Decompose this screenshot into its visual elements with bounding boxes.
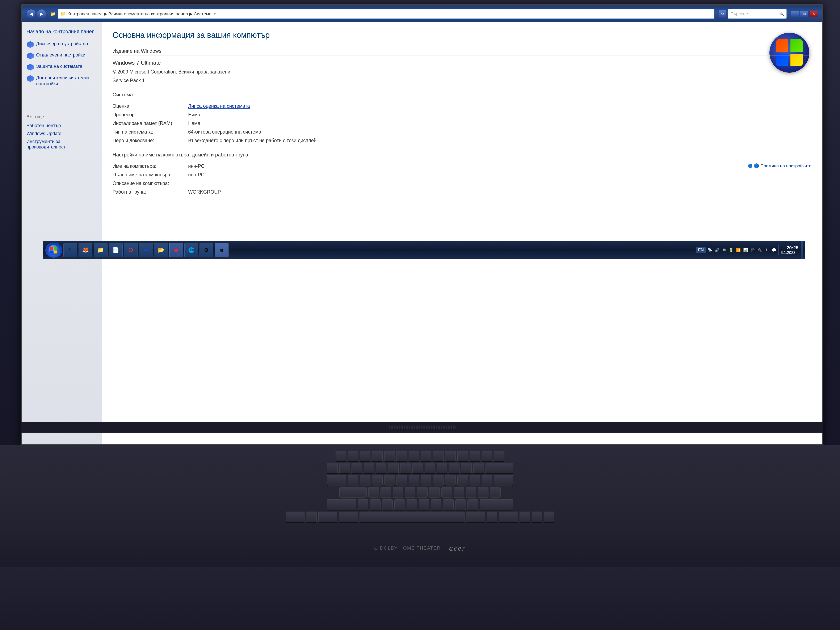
- key-f1[interactable]: [348, 451, 358, 461]
- system-clock[interactable]: 20:25 8.1.2023 г.: [778, 245, 799, 255]
- taskbar-btn-folder2[interactable]: 📂: [154, 243, 168, 257]
- tray-icon-usb[interactable]: 🔌: [756, 247, 763, 253]
- tray-icon-sound[interactable]: 🔊: [714, 247, 720, 253]
- sidebar-item-system-protection[interactable]: Защита на системата: [27, 63, 98, 71]
- sidebar-item-device-manager[interactable]: Диспечер на устройства: [27, 41, 98, 48]
- key-f2[interactable]: [360, 451, 370, 461]
- key-9[interactable]: [437, 463, 447, 473]
- key-m[interactable]: [431, 499, 441, 510]
- key-k[interactable]: [453, 487, 464, 498]
- key-7[interactable]: [412, 463, 423, 473]
- key-4[interactable]: [376, 463, 387, 473]
- key-f5[interactable]: [396, 451, 407, 461]
- start-button[interactable]: [45, 243, 62, 258]
- tray-icon-network2[interactable]: 📶: [735, 247, 742, 253]
- taskbar-btn-opera[interactable]: O: [124, 243, 138, 257]
- key-6[interactable]: [400, 463, 411, 473]
- key-ctrl-r[interactable]: [499, 512, 518, 522]
- key-space[interactable]: [360, 512, 464, 522]
- tray-icon-chat[interactable]: 💬: [771, 247, 777, 253]
- key-y[interactable]: [409, 475, 419, 486]
- key-right[interactable]: [544, 512, 554, 522]
- key-p[interactable]: [457, 475, 468, 486]
- minimize-button[interactable]: —: [791, 11, 799, 17]
- taskbar-btn-firefox[interactable]: 🦊: [79, 243, 92, 257]
- restore-button[interactable]: ⧉: [800, 11, 808, 17]
- key-enter[interactable]: [494, 475, 513, 486]
- key-f3[interactable]: [372, 451, 383, 461]
- sidebar-action-center[interactable]: Работен център: [27, 123, 98, 128]
- key-e[interactable]: [372, 475, 383, 486]
- tray-icon-battery[interactable]: 🔋: [728, 247, 734, 253]
- taskbar-btn-notepad[interactable]: 📄: [109, 243, 123, 257]
- key-l[interactable]: [466, 487, 476, 498]
- refresh-button[interactable]: ↻: [718, 10, 726, 17]
- key-backspace[interactable]: [486, 463, 513, 473]
- key-f10[interactable]: [457, 451, 468, 461]
- key-comma[interactable]: [443, 499, 453, 510]
- key-r[interactable]: [384, 475, 395, 486]
- key-s[interactable]: [381, 487, 391, 498]
- back-button[interactable]: ◀: [27, 9, 36, 19]
- key-win[interactable]: [318, 512, 337, 522]
- sidebar-home-link[interactable]: Начало на контролния панел: [27, 28, 98, 35]
- key-bracket-l[interactable]: [470, 475, 480, 486]
- key-z[interactable]: [358, 499, 368, 510]
- key-n[interactable]: [419, 499, 429, 510]
- taskbar-btn-files[interactable]: 📁: [94, 243, 107, 257]
- key-q[interactable]: [348, 475, 358, 486]
- key-g[interactable]: [417, 487, 428, 498]
- address-bar[interactable]: 📁 Контролен панел ▶ Всички елементи на к…: [58, 9, 714, 19]
- key-left[interactable]: [519, 512, 530, 522]
- key-alt-r[interactable]: [466, 512, 485, 522]
- key-0[interactable]: [449, 463, 459, 473]
- tray-icon-misc[interactable]: 📊: [742, 247, 748, 253]
- key-8[interactable]: [425, 463, 435, 473]
- key-up[interactable]: [487, 512, 497, 522]
- key-5[interactable]: [388, 463, 399, 473]
- tray-icon-info[interactable]: ℹ: [764, 247, 770, 253]
- taskbar-btn-record[interactable]: ⏺: [169, 243, 183, 257]
- key-fn[interactable]: [306, 512, 317, 522]
- key-o[interactable]: [445, 475, 456, 486]
- taskbar-btn-active[interactable]: ▦: [215, 243, 229, 257]
- rating-value[interactable]: Липса оценка на системата: [188, 103, 812, 109]
- key-h[interactable]: [429, 487, 440, 498]
- key-bracket-r[interactable]: [482, 475, 492, 486]
- sidebar-windows-update[interactable]: Windows Update: [27, 131, 98, 136]
- key-f12[interactable]: [482, 451, 492, 461]
- key-w[interactable]: [360, 475, 370, 486]
- key-2[interactable]: [352, 463, 362, 473]
- key-1[interactable]: [339, 463, 350, 473]
- key-shift-r[interactable]: [480, 499, 513, 510]
- key-caps[interactable]: [339, 487, 367, 498]
- key-del[interactable]: [494, 451, 504, 461]
- key-semicolon[interactable]: [478, 487, 488, 498]
- key-j[interactable]: [441, 487, 452, 498]
- key-f7[interactable]: [421, 451, 431, 461]
- key-period[interactable]: [455, 499, 466, 510]
- key-tab[interactable]: [327, 475, 346, 486]
- forward-button[interactable]: ▶: [37, 9, 46, 19]
- sidebar-performance[interactable]: Инструменти за производителност: [27, 139, 98, 150]
- key-f9[interactable]: [445, 451, 456, 461]
- address-dropdown-arrow[interactable]: ▾: [214, 12, 216, 16]
- key-alt-l[interactable]: [339, 512, 358, 522]
- key-shift-l[interactable]: [327, 499, 356, 510]
- taskbar-btn-word[interactable]: W: [139, 243, 153, 257]
- tray-icon-network[interactable]: 📡: [707, 247, 713, 253]
- key-f6[interactable]: [409, 451, 419, 461]
- key-3[interactable]: [364, 463, 374, 473]
- key-f[interactable]: [405, 487, 415, 498]
- key-quote[interactable]: [490, 487, 501, 498]
- key-f11[interactable]: [470, 451, 480, 461]
- key-t[interactable]: [396, 475, 407, 486]
- change-settings-button[interactable]: 🔵 Промяна на настройките: [748, 163, 812, 169]
- key-u[interactable]: [421, 475, 431, 486]
- key-c[interactable]: [382, 499, 393, 510]
- key-x[interactable]: [370, 499, 381, 510]
- key-i[interactable]: [433, 475, 444, 486]
- key-a[interactable]: [368, 487, 379, 498]
- key-equals[interactable]: [473, 463, 484, 473]
- sidebar-item-advanced-settings[interactable]: Допълнителни системни настройки: [27, 75, 98, 87]
